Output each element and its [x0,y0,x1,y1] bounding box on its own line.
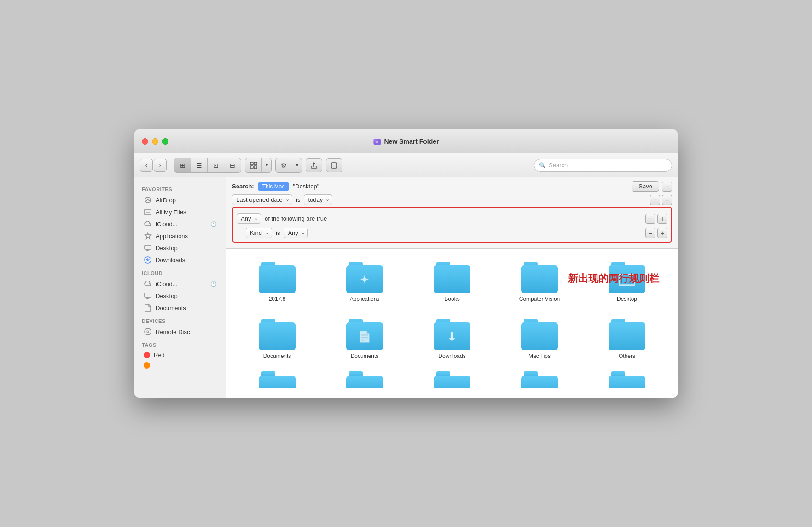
svg-rect-5 [250,166,253,169]
icon-view-button[interactable]: ⊞ [174,158,191,172]
sidebar-item-tag-red[interactable]: Red [136,350,224,360]
sidebar-item-icloud-desktop[interactable]: Desktop [136,290,224,302]
sidebar-item-icloud-favorites[interactable]: iCloud... 🕐 [136,218,224,230]
file-item-2017[interactable]: 2017.8 [236,258,319,306]
svg-rect-13 [145,245,151,249]
sidebar-downloads-label: Downloads [156,257,185,264]
close-button[interactable] [142,138,148,145]
cover-flow-button[interactable]: ⊟ [224,158,241,172]
tags-label: Tags [134,338,226,350]
any-select[interactable]: Any All [237,213,261,224]
sidebar-item-airdrop[interactable]: AirDrop [136,194,224,206]
save-button[interactable]: Save [632,181,659,192]
app-store-icon: ✦ [360,273,370,287]
documents-icon [144,304,152,312]
add-any-button[interactable]: + [657,214,667,224]
share-icon [310,162,318,169]
rules-box: Any All of the following are true − + [232,207,672,243]
tag-button[interactable] [326,158,342,172]
file-item-documents2[interactable]: 📄 Documents [323,315,406,363]
window-title: New Smart Folder [384,138,439,145]
remove-criteria-1-button[interactable]: − [650,195,660,205]
following-text: of the following are true [265,215,327,222]
folder-icon-documents2: 📄 [346,319,383,350]
file-item-downloads[interactable]: ⬇ Downloads [411,315,493,363]
doc-icon: 📄 [358,330,371,343]
sidebar-icloud-label: iCloud... [156,281,178,287]
sidebar-item-all-files[interactable]: All My Files [136,206,224,218]
sidebar-item-documents[interactable]: Documents [136,302,224,314]
partial-folder-2 [346,371,383,388]
kind-operator-text: is [276,229,280,236]
main-layout: Favorites AirDrop All My Files iCloud...… [134,177,678,398]
toolbar-search[interactable]: 🔍 Search [534,159,672,172]
file-grid-area: 新出现的两行规则栏 2017.8 ✦ [226,249,678,398]
svg-rect-4 [254,162,257,165]
forward-button[interactable]: › [154,159,167,172]
svg-point-20 [145,328,151,335]
file-item-others[interactable]: Others [586,315,668,363]
action-button[interactable]: ⚙ [276,158,292,172]
column-view-button[interactable]: ⊡ [208,158,224,172]
action-group: ⚙ ▾ [275,158,302,173]
traffic-lights [142,138,168,145]
sidebar-item-tag-orange[interactable] [136,360,224,370]
sidebar-item-desktop[interactable]: Desktop [136,242,224,254]
airdrop-icon [144,196,152,204]
maximize-button[interactable] [162,138,168,145]
this-mac-button[interactable]: This Mac [258,182,290,191]
sidebar-airdrop-label: AirDrop [156,197,176,204]
criteria-field-select-1[interactable]: Last opened date [232,194,292,205]
sidebar-item-icloud[interactable]: iCloud... 🕐 [136,278,224,290]
sidebar-applications-label: Applications [156,233,188,240]
remove-any-button[interactable]: − [645,214,655,224]
desktop-fav-icon [144,244,152,252]
file-item-mac-tips[interactable]: Mac Tips [498,315,581,363]
arrange-button[interactable] [245,158,262,172]
titlebar-center: ⚙ New Smart Folder [373,137,439,146]
search-icon: 🔍 [539,162,546,169]
svg-text:⚙: ⚙ [375,141,378,144]
criteria-operator-text-1: is [296,196,300,203]
remove-kind-button[interactable]: − [645,228,655,238]
gear-icon: ⚙ [281,162,287,169]
action-dropdown-icon: ▾ [296,163,298,168]
file-item-books[interactable]: Books [411,258,493,306]
partial-item-2[interactable] [323,368,406,388]
action-dropdown-button[interactable]: ▾ [292,158,302,172]
share-button[interactable] [306,158,322,172]
sidebar-item-applications[interactable]: Applications [136,230,224,242]
partial-item-5[interactable] [586,368,668,388]
orange-tag-dot [144,362,150,369]
folder-icon-downloads: ⬇ [434,319,470,350]
red-tag-dot [144,352,150,358]
sidebar-item-downloads[interactable]: Downloads [136,254,224,266]
file-label-2017: 2017.8 [269,296,286,302]
file-item-documents1[interactable]: Documents [236,315,319,363]
partial-item-3[interactable] [411,368,493,388]
kind-value-select[interactable]: Any [284,228,308,238]
partial-item-4[interactable] [498,368,581,388]
toolbar: ‹ › ⊞ ☰ ⊡ ⊟ [134,153,678,177]
criteria-value-select-1[interactable]: today [304,194,332,205]
search-criteria-bar: Search: This Mac "Desktop" Save − Last o… [226,177,678,249]
partial-item-1[interactable] [236,368,319,388]
cover-flow-icon: ⊟ [230,162,235,169]
minimize-button[interactable] [152,138,158,145]
applications-icon [144,232,152,240]
arrange-dropdown-button[interactable]: ▾ [262,158,271,172]
sidebar: Favorites AirDrop All My Files iCloud...… [134,177,226,398]
folder-icon-computer-vision [521,262,558,293]
remove-top-criteria-button[interactable]: − [662,182,672,192]
back-button[interactable]: ‹ [140,159,153,172]
any-following-row: Any All of the following are true − + [237,213,667,224]
search-placeholder: Search [549,162,568,169]
criteria-row-1: Last opened date is today − + [232,194,672,205]
add-criteria-1-button[interactable]: + [662,195,672,205]
add-kind-button[interactable]: + [657,228,667,238]
folder-icon-applications: ✦ [346,262,383,293]
list-view-button[interactable]: ☰ [191,158,208,172]
file-item-applications[interactable]: ✦ Applications [323,258,406,306]
kind-field-select[interactable]: Kind [246,228,272,238]
sidebar-item-remote-disc[interactable]: Remote Disc [136,326,224,338]
